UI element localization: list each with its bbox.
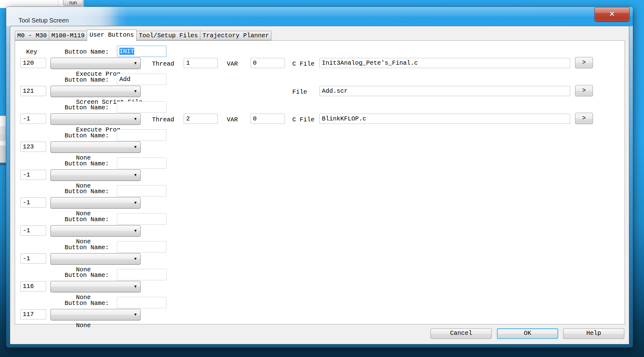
user-button-row: Button Name: -1 None ▼	[10, 185, 613, 213]
action-select[interactable]: None ▼	[50, 197, 141, 209]
action-select[interactable]: None ▼	[50, 225, 141, 237]
button-name-input[interactable]	[117, 213, 166, 225]
dropdown-arrow-icon: ▼	[134, 114, 137, 124]
dropdown-arrow-icon: ▼	[134, 309, 137, 320]
close-icon: ✕	[595, 10, 629, 18]
var-input[interactable]: 0	[250, 58, 285, 68]
button-name-label: Button Name:	[65, 272, 109, 279]
dropdown-arrow-icon: ▼	[134, 225, 137, 236]
button-name-input[interactable]	[117, 185, 166, 197]
background-window-edge	[0, 116, 6, 165]
dropdown-arrow-icon: ▼	[134, 86, 137, 97]
action-select[interactable]: None ▼	[50, 169, 141, 181]
close-button[interactable]: ✕	[594, 7, 630, 22]
dropdown-arrow-icon: ▼	[134, 197, 137, 208]
button-name-input[interactable]	[117, 157, 166, 169]
key-input[interactable]: -1	[20, 170, 46, 180]
key-input[interactable]: 121	[20, 86, 46, 96]
button-name-label: Button Name:	[65, 48, 109, 55]
key-input[interactable]: 116	[20, 281, 46, 291]
file-input[interactable]: BlinkKFLOP.c	[319, 114, 570, 124]
action-select[interactable]: None ▼	[50, 281, 141, 292]
user-button-row: Button Name: Add 121 Screen Script File …	[10, 74, 613, 102]
button-name-label: Button Name:	[65, 76, 109, 83]
window-title: Tool Setup Screen	[18, 17, 69, 24]
action-select[interactable]: Execute Prog ▼	[50, 113, 141, 125]
user-button-row: Button Name: 117 None ▼	[10, 297, 613, 325]
button-name-input[interactable]	[117, 129, 166, 141]
user-button-row: Button Name: -1 None ▼	[10, 157, 613, 185]
screen: run Tool Setup Screen ✕ M0 - M30M100-M11…	[0, 0, 644, 357]
browse-button[interactable]: >	[575, 57, 593, 68]
button-name-input[interactable]	[117, 269, 166, 280]
action-select[interactable]: Execute Prog ▼	[50, 58, 141, 69]
thread-input[interactable]: 1	[184, 58, 218, 68]
user-button-row: Button Name: -1 None ▼	[10, 241, 613, 269]
button-name-label: Button Name:	[65, 132, 109, 139]
dialog-client-area: M0 - M30M100-M119User ButtonsTool/Setup …	[10, 26, 629, 344]
user-button-row: Button Name: 116 None ▼	[10, 269, 613, 297]
run-button[interactable]: run	[63, 0, 83, 6]
key-input[interactable]: 120	[20, 58, 46, 68]
file-label: C File	[292, 60, 314, 67]
button-name-input[interactable]: Add	[117, 74, 166, 85]
user-button-row: Button Name: 123 None ▼	[10, 129, 613, 157]
action-select[interactable]: None ▼	[50, 253, 141, 265]
button-name-input[interactable]	[117, 297, 166, 308]
thread-input[interactable]: 2	[184, 114, 218, 124]
titlebar[interactable]: Tool Setup Screen	[6, 7, 633, 26]
key-input[interactable]: -1	[20, 254, 46, 264]
user-button-row: Button Name: -1 Execute Prog ▼ Thread 2 …	[10, 101, 613, 129]
file-label: File	[292, 88, 307, 95]
thread-label: Thread	[152, 116, 174, 123]
button-name-label: Button Name:	[65, 216, 109, 223]
key-input[interactable]: 123	[20, 142, 46, 152]
key-input[interactable]: -1	[20, 114, 46, 124]
button-name-input[interactable]	[117, 241, 166, 253]
button-name-label: Button Name:	[65, 244, 109, 251]
user-button-row: Button Name: INIT 120 Execute Prog ▼ Thr…	[10, 46, 613, 74]
key-input[interactable]: 117	[20, 309, 46, 319]
tab-user-buttons[interactable]: User Buttons	[87, 30, 137, 41]
action-select[interactable]: Screen Script File ▼	[50, 86, 141, 97]
dropdown-arrow-icon: ▼	[134, 170, 137, 181]
var-label: VAR	[227, 116, 238, 123]
dropdown-arrow-icon: ▼	[134, 58, 137, 69]
file-label: C File	[292, 116, 314, 123]
dropdown-arrow-icon: ▼	[134, 281, 137, 292]
user-button-row: Button Name: -1 None ▼	[10, 213, 613, 241]
tool-setup-dialog: Tool Setup Screen ✕ M0 - M30M100-M119Use…	[6, 7, 633, 347]
var-input[interactable]: 0	[250, 114, 285, 124]
button-name-label: Button Name:	[65, 300, 109, 307]
var-label: VAR	[227, 60, 238, 67]
dropdown-arrow-icon: ▼	[134, 254, 137, 264]
button-name-input[interactable]: INIT	[117, 46, 166, 57]
tab-trajectory-planner[interactable]: Trajectory Planner	[200, 31, 271, 40]
tab-tool-setup-files[interactable]: Tool/Setup Files	[136, 31, 200, 40]
button-name-input[interactable]	[117, 101, 166, 113]
dropdown-arrow-icon: ▼	[134, 142, 137, 152]
browse-button[interactable]: >	[575, 85, 593, 96]
key-input[interactable]: -1	[20, 225, 46, 236]
button-name-label: Button Name:	[65, 104, 109, 111]
file-input[interactable]: Init3Analog_Pete's_Final.c	[319, 58, 570, 68]
button-name-label: Button Name:	[65, 188, 109, 195]
button-name-label: Button Name:	[65, 160, 109, 167]
browse-button[interactable]: >	[575, 113, 593, 124]
tab-m100-m119[interactable]: M100-M119	[49, 31, 87, 40]
file-input[interactable]: Add.scr	[319, 86, 570, 96]
tab-m0-m30[interactable]: M0 - M30	[15, 31, 49, 40]
tab-strip: M0 - M30M100-M119User ButtonsTool/Setup …	[15, 30, 271, 40]
key-input[interactable]: -1	[20, 197, 46, 208]
thread-label: Thread	[152, 60, 174, 67]
action-select[interactable]: None ▼	[50, 141, 141, 153]
rows: Button Name: INIT 120 Execute Prog ▼ Thr…	[10, 26, 629, 344]
action-select[interactable]: None ▼	[50, 309, 141, 320]
